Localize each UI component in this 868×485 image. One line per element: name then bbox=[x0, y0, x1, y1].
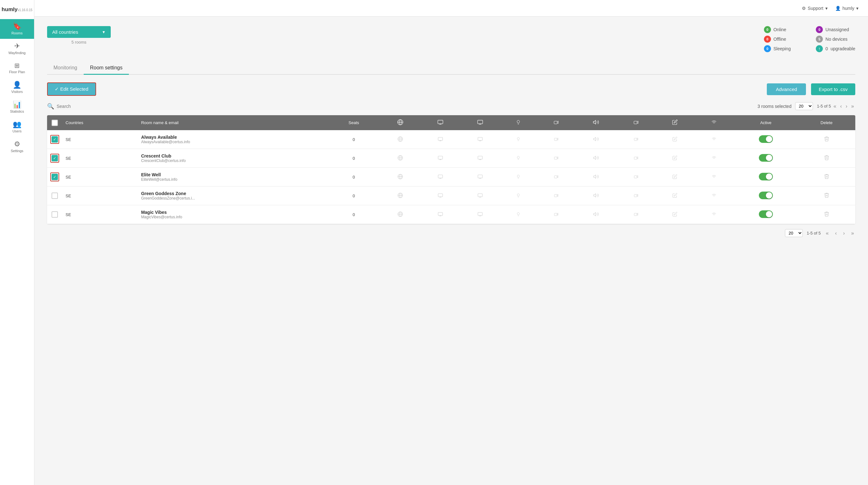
active-toggle[interactable] bbox=[759, 191, 773, 199]
row-web bbox=[380, 186, 420, 205]
sleeping-status: 0 Sleeping bbox=[764, 45, 803, 52]
row-video bbox=[616, 130, 656, 149]
last-page-button[interactable]: » bbox=[850, 103, 855, 110]
row-country: SE bbox=[62, 168, 138, 186]
search-wrapper[interactable]: 🔍 bbox=[47, 103, 112, 110]
row-delete[interactable] bbox=[798, 149, 855, 168]
tab-room-settings[interactable]: Room settings bbox=[84, 62, 129, 75]
bottom-pagination-text: 1-5 of 5 bbox=[807, 231, 820, 236]
per-page-select[interactable]: 20 50 100 bbox=[795, 102, 813, 110]
statistics-icon: 📊 bbox=[13, 101, 21, 108]
svg-marker-44 bbox=[557, 175, 558, 178]
row-checkbox[interactable]: ✓ bbox=[52, 136, 58, 143]
row-country: SE bbox=[62, 205, 138, 224]
rooms-selected-text: 3 rooms selected bbox=[757, 104, 792, 109]
sidebar-item-visitors[interactable]: 👤 Visitors bbox=[0, 78, 34, 97]
svg-marker-33 bbox=[594, 156, 596, 159]
tab-monitoring[interactable]: Monitoring bbox=[47, 62, 84, 75]
country-dropdown[interactable]: All countries ▼ bbox=[47, 26, 111, 38]
row-checkbox[interactable] bbox=[52, 211, 58, 218]
row-video bbox=[616, 168, 656, 186]
user-menu[interactable]: 👤 humly ▾ bbox=[835, 6, 859, 11]
sidebar-item-users[interactable]: 👥 Users bbox=[0, 117, 34, 137]
svg-rect-17 bbox=[478, 137, 483, 140]
svg-rect-15 bbox=[438, 137, 442, 140]
tabs-bar: Monitoring Room settings bbox=[47, 62, 855, 75]
row-cam bbox=[536, 149, 576, 168]
country-label: All countries bbox=[52, 29, 78, 35]
export-button[interactable]: Export to .csv bbox=[811, 83, 855, 95]
delete-button[interactable] bbox=[824, 155, 830, 162]
delete-button[interactable] bbox=[824, 137, 830, 143]
row-edit bbox=[656, 205, 694, 224]
delete-button[interactable] bbox=[824, 174, 830, 180]
sidebar-item-rooms[interactable]: 🔖 Rooms bbox=[0, 19, 34, 39]
row-active[interactable] bbox=[734, 168, 798, 186]
status-row: All countries ▼ 5 rooms 0 Online 0 Unass… bbox=[47, 26, 855, 52]
bottom-last-page-button[interactable]: » bbox=[850, 230, 855, 237]
sidebar-item-label: Visitors bbox=[11, 90, 23, 94]
prev-page-button[interactable]: ‹ bbox=[839, 103, 843, 110]
active-toggle[interactable] bbox=[759, 210, 773, 218]
topbar: ⚙ Support ▾ 👤 humly ▾ bbox=[34, 0, 868, 17]
row-checkbox[interactable] bbox=[52, 192, 58, 199]
row-audio bbox=[576, 205, 616, 224]
row-display2 bbox=[460, 205, 500, 224]
active-toggle[interactable] bbox=[759, 173, 773, 180]
row-display2 bbox=[460, 130, 500, 149]
pagination: 1-5 of 5 « ‹ › » bbox=[817, 103, 855, 110]
row-room-info: Green Goddess Zone GreenGoddessZone@cert… bbox=[138, 186, 327, 205]
row-checkbox[interactable]: ✓ bbox=[52, 174, 58, 180]
support-menu[interactable]: ⚙ Support ▾ bbox=[802, 6, 828, 11]
select-all-checkbox[interactable] bbox=[52, 120, 58, 126]
active-toggle[interactable] bbox=[759, 135, 773, 143]
row-active[interactable] bbox=[734, 149, 798, 168]
row-active[interactable] bbox=[734, 205, 798, 224]
row-delete[interactable] bbox=[798, 168, 855, 186]
advanced-button[interactable]: Advanced bbox=[767, 83, 806, 95]
row-edit bbox=[656, 130, 694, 149]
edit-selected-label: ✓ Edit Selected bbox=[55, 86, 89, 92]
advanced-label: Advanced bbox=[776, 87, 797, 92]
sidebar-item-statistics[interactable]: 📊 Statistics bbox=[0, 97, 34, 117]
svg-rect-53 bbox=[478, 193, 483, 197]
sidebar-item-label: Wayfinding bbox=[8, 51, 26, 55]
row-delete[interactable] bbox=[798, 186, 855, 205]
edit-selected-button[interactable]: ✓ Edit Selected bbox=[47, 83, 96, 96]
svg-marker-35 bbox=[637, 157, 638, 159]
sidebar-item-settings[interactable]: ⚙ Settings bbox=[0, 137, 34, 157]
sidebar-item-wayfinding[interactable]: ✈ Wayfinding bbox=[0, 39, 34, 59]
col-video bbox=[616, 115, 656, 130]
next-page-button[interactable]: › bbox=[844, 103, 848, 110]
bottom-first-page-button[interactable]: « bbox=[825, 230, 830, 237]
row-active[interactable] bbox=[734, 186, 798, 205]
svg-rect-70 bbox=[634, 213, 637, 216]
table-row: ✓ SE Always Available AlwaysAvailable@ce… bbox=[47, 130, 855, 149]
rooms-count: 5 rooms bbox=[47, 40, 111, 44]
rooms-table: Countries Room name & email Seats bbox=[47, 115, 855, 224]
svg-rect-43 bbox=[554, 176, 557, 178]
svg-marker-20 bbox=[557, 138, 558, 140]
offline-label: Offline bbox=[774, 37, 786, 42]
first-page-button[interactable]: « bbox=[832, 103, 838, 110]
bottom-prev-page-button[interactable]: ‹ bbox=[834, 230, 838, 237]
row-delete[interactable] bbox=[798, 130, 855, 149]
search-input[interactable] bbox=[57, 104, 112, 109]
table-row: ✓ SE Elite Well EliteWell@certus.info 0 bbox=[47, 168, 855, 186]
sidebar-item-label: Statistics bbox=[10, 110, 24, 113]
bottom-per-page-select[interactable]: 20 50 100 bbox=[785, 229, 803, 237]
row-checkbox[interactable]: ✓ bbox=[52, 155, 58, 161]
delete-button[interactable] bbox=[824, 193, 830, 199]
row-light bbox=[500, 186, 536, 205]
row-delete[interactable] bbox=[798, 205, 855, 224]
sidebar-item-floor-plan[interactable]: ⊞ Floor Plan bbox=[0, 59, 34, 78]
col-active: Active bbox=[734, 115, 798, 130]
row-country: SE bbox=[62, 186, 138, 205]
upgradeable-status: ↑ 0 upgradeable bbox=[816, 45, 855, 52]
svg-rect-46 bbox=[634, 176, 637, 178]
bottom-next-page-button[interactable]: › bbox=[842, 230, 846, 237]
active-toggle[interactable] bbox=[759, 154, 773, 162]
row-active[interactable] bbox=[734, 130, 798, 149]
sidebar-item-label: Floor Plan bbox=[9, 70, 25, 74]
delete-button[interactable] bbox=[824, 212, 830, 218]
